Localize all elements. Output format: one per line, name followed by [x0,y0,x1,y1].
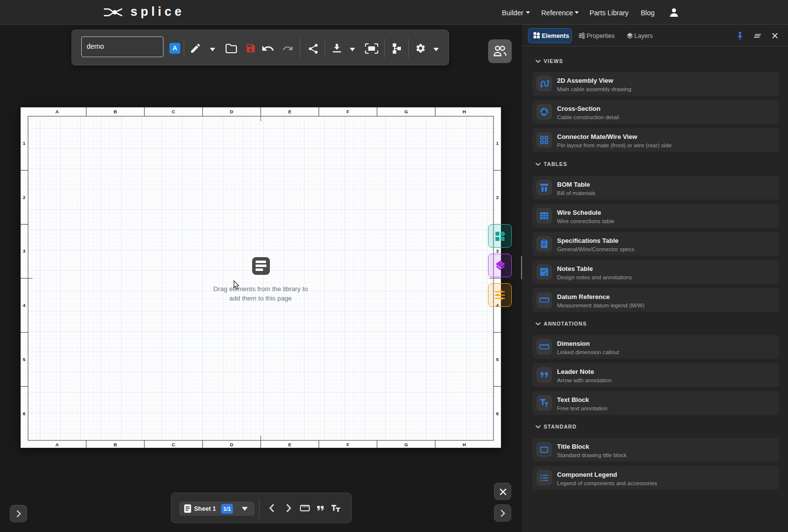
svg-text:G: G [404,109,408,114]
svg-text:6: 6 [23,411,25,416]
svg-text:2: 2 [23,195,25,200]
svg-text:F: F [347,442,350,447]
svg-text:6: 6 [496,411,498,416]
svg-text:A: A [56,442,59,447]
svg-text:5: 5 [496,357,499,362]
svg-text:A: A [56,109,59,114]
svg-text:E: E [288,442,291,447]
svg-text:H: H [462,442,466,447]
svg-text:4: 4 [23,302,26,308]
svg-text:1: 1 [23,140,26,146]
svg-text:B: B [114,442,117,447]
svg-text:2: 2 [496,195,498,200]
svg-text:E: E [288,109,291,114]
svg-text:3: 3 [23,248,25,254]
svg-text:G: G [404,442,408,447]
svg-text:D: D [230,109,233,114]
svg-text:5: 5 [23,357,26,362]
svg-text:B: B [114,109,117,114]
svg-text:1: 1 [496,140,499,146]
svg-text:C: C [172,109,175,114]
svg-text:C: C [172,442,175,447]
svg-text:F: F [347,109,350,114]
svg-text:H: H [462,109,466,114]
svg-text:3: 3 [496,248,498,254]
svg-text:D: D [230,442,233,447]
